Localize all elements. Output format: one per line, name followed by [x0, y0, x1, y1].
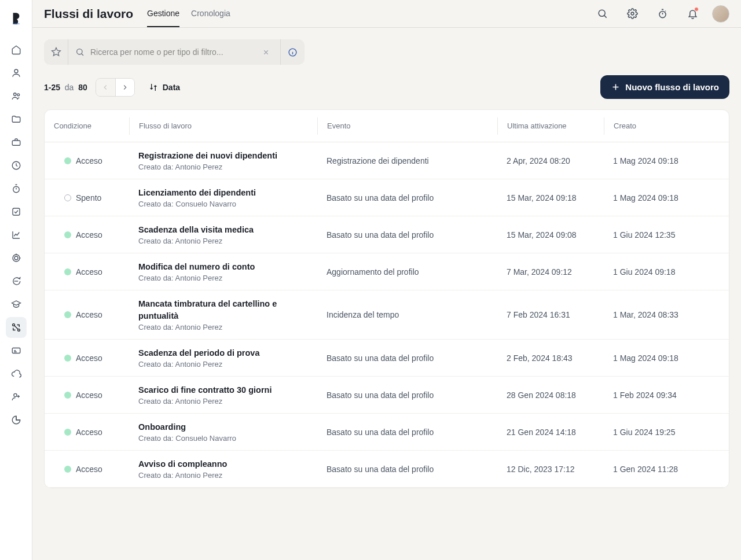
svg-point-17 — [599, 10, 605, 16]
workflow-event: Basato su una data del profilo — [317, 353, 497, 363]
nav-clock[interactable] — [6, 155, 27, 176]
favorites-filter[interactable] — [44, 39, 68, 65]
nav-workflows[interactable] — [6, 317, 27, 338]
nav-chart[interactable] — [6, 224, 27, 245]
table-row[interactable]: Acceso Scarico di fine contratto 30 gior… — [45, 377, 729, 414]
workflow-created: 1 Giu 2024 12:35 — [604, 230, 720, 240]
status-label: Spento — [76, 193, 101, 202]
workflow-event: Basato su una data del profilo — [317, 465, 497, 474]
nav-chat[interactable] — [6, 271, 27, 292]
page-prev[interactable] — [96, 79, 115, 96]
workflow-created: 1 Mar, 2024 08:33 — [604, 310, 720, 319]
tab-history[interactable]: Cronologia — [191, 0, 230, 27]
new-workflow-button[interactable]: Nuovo flusso di lavoro — [600, 75, 729, 99]
workflow-last: 2 Feb, 2024 18:43 — [497, 353, 604, 363]
nav-briefcase[interactable] — [6, 132, 27, 153]
status: Acceso — [54, 428, 122, 437]
svg-point-13 — [12, 324, 14, 326]
tab-manage[interactable]: Gestione — [147, 0, 179, 27]
status-label: Acceso — [76, 428, 102, 437]
status: Acceso — [54, 465, 122, 474]
star-icon — [51, 47, 61, 57]
table-header: Condizione Flusso di lavoro Evento Ultim… — [45, 110, 729, 142]
workflow-created: 1 Mag 2024 09:18 — [604, 193, 720, 202]
clear-search[interactable] — [259, 49, 273, 56]
workflow-last: 15 Mar, 2024 09:08 — [497, 230, 604, 240]
nav-stopwatch[interactable] — [6, 178, 27, 199]
nav-pie[interactable] — [6, 410, 27, 430]
nav-check[interactable] — [6, 201, 27, 222]
status-label: Acceso — [76, 230, 102, 240]
nav-user[interactable] — [6, 62, 27, 83]
status-label: Acceso — [76, 310, 102, 319]
status: Acceso — [54, 390, 122, 400]
workflow-last: 7 Feb 2024 16:31 — [497, 310, 604, 319]
nav-target[interactable] — [6, 248, 27, 268]
nav-home[interactable] — [6, 39, 27, 60]
table-row[interactable]: Acceso Registrazione dei nuovi dipendent… — [45, 142, 729, 179]
svg-point-0 — [12, 23, 20, 24]
svg-point-11 — [16, 281, 16, 282]
svg-rect-4 — [12, 141, 20, 145]
workflow-event: Basato su una data del profilo — [317, 193, 497, 202]
workflow-last: 7 Mar, 2024 09:12 — [497, 267, 604, 277]
nav-folder[interactable] — [6, 109, 27, 130]
search-icon — [597, 8, 608, 19]
table-row[interactable]: Acceso Onboarding Creato da: Consuelo Na… — [45, 414, 729, 451]
page-next[interactable] — [115, 79, 134, 96]
nav-team[interactable] — [6, 86, 27, 106]
svg-point-10 — [14, 281, 15, 282]
status-dot — [64, 268, 71, 275]
info-icon — [288, 47, 298, 57]
table-row[interactable]: Acceso Scadenza del periodo di prova Cre… — [45, 340, 729, 377]
pager — [96, 78, 135, 97]
logo[interactable] — [7, 9, 25, 28]
svg-rect-15 — [12, 348, 20, 353]
workflow-creator: Creato da: Consuelo Navarro — [138, 434, 310, 443]
status-dot — [64, 466, 71, 473]
sort-button[interactable]: Data — [143, 79, 186, 95]
table-row[interactable]: Acceso Avviso di compleanno Creato da: A… — [45, 451, 729, 488]
nav-cloud[interactable] — [6, 363, 27, 384]
status-label: Acceso — [76, 390, 102, 400]
table-row[interactable]: Spento Licenziamento dei dipendenti Crea… — [45, 179, 729, 216]
status-label: Acceso — [76, 353, 102, 363]
nav-adduser[interactable] — [6, 386, 27, 407]
svg-point-1 — [14, 69, 18, 73]
search-input[interactable] — [90, 47, 253, 57]
search-info[interactable] — [280, 39, 305, 65]
workflow-created: 1 Giu 2024 19:25 — [604, 428, 720, 437]
status-label: Acceso — [76, 156, 102, 165]
workflow-last: 28 Gen 2024 08:18 — [497, 390, 604, 400]
search-button[interactable] — [592, 3, 612, 24]
table-row[interactable]: Acceso Modifica del numero di conto Crea… — [45, 253, 729, 290]
th-condition: Condizione — [54, 121, 129, 130]
timer-button[interactable] — [652, 3, 673, 24]
page-total: 80 — [78, 83, 87, 92]
svg-point-9 — [14, 256, 18, 260]
nav-grad[interactable] — [6, 294, 27, 315]
table-row[interactable]: Acceso Scadenza della visita medica Crea… — [45, 216, 729, 253]
workflow-creator: Creato da: Consuelo Navarro — [138, 200, 310, 208]
workflow-title: Onboarding — [138, 421, 310, 433]
workflow-created: 1 Gen 2024 11:28 — [604, 465, 720, 474]
workflow-created: 1 Mag 2024 09:18 — [604, 353, 720, 363]
plus-icon — [611, 82, 621, 92]
sort-label: Data — [163, 83, 180, 92]
new-workflow-label: Nuovo flusso di lavoro — [625, 82, 719, 92]
notifications-button[interactable] — [682, 3, 703, 24]
notification-dot — [694, 7, 699, 12]
settings-button[interactable] — [622, 3, 643, 24]
chevron-right-icon — [121, 83, 129, 91]
svg-point-2 — [13, 93, 16, 96]
workflow-title: Licenziamento dei dipendenti — [138, 187, 310, 199]
nav-card[interactable] — [6, 340, 27, 361]
status: Acceso — [54, 310, 122, 319]
svg-point-14 — [17, 329, 20, 331]
workflow-creator: Creato da: Antonio Perez — [138, 274, 310, 282]
status-label: Acceso — [76, 465, 102, 474]
table-row[interactable]: Acceso Mancata timbratura del cartellino… — [45, 290, 729, 340]
svg-point-18 — [631, 12, 634, 15]
avatar[interactable] — [712, 5, 729, 23]
workflow-title: Scarico di fine contratto 30 giorni — [138, 384, 310, 396]
